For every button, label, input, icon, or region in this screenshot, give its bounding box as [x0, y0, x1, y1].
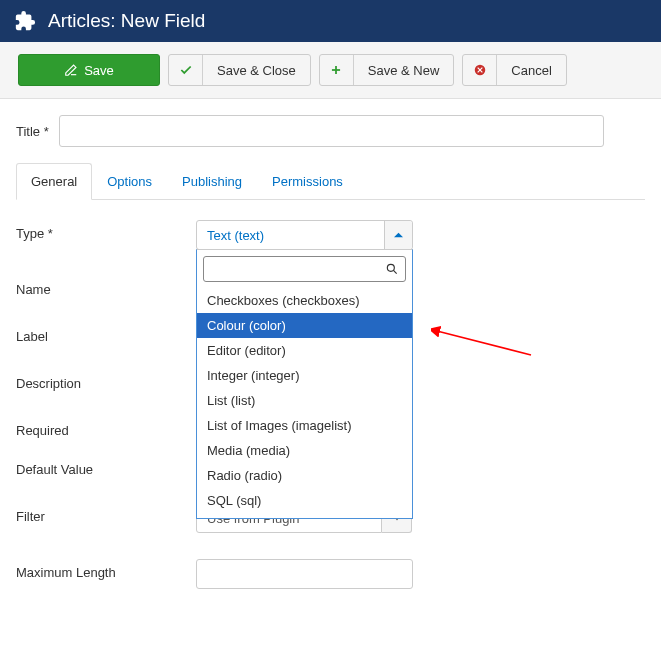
dropdown-option[interactable]: SQL (sql): [197, 488, 412, 513]
toolbar: Save Save & Close Save & New Cancel: [0, 42, 661, 99]
tab-permissions[interactable]: Permissions: [257, 163, 358, 200]
dropdown-option[interactable]: List of Images (imagelist): [197, 413, 412, 438]
maxlen-input[interactable]: [196, 559, 413, 589]
check-icon: [169, 55, 203, 85]
save-button[interactable]: Save: [18, 54, 160, 86]
cancel-icon: [463, 55, 497, 85]
dropdown-option[interactable]: Radio (radio): [197, 463, 412, 488]
page-header: Articles: New Field: [0, 0, 661, 42]
dropdown-option[interactable]: Colour (color): [197, 313, 412, 338]
label-label: Label: [16, 323, 196, 344]
row-type: Type * Text (text): [16, 220, 645, 250]
dropdown-option[interactable]: List (list): [197, 388, 412, 413]
tabs: General Options Publishing Permissions: [16, 163, 645, 200]
dropdown-option[interactable]: Media (media): [197, 438, 412, 463]
general-panel: Type * Text (text): [16, 200, 645, 589]
type-selected-value: Text (text): [197, 221, 384, 249]
plus-icon: [320, 55, 354, 85]
save-label: Save: [84, 63, 114, 78]
puzzle-icon: [14, 10, 36, 32]
dropdown-search-wrap: [197, 250, 412, 288]
type-label: Type *: [16, 220, 196, 241]
save-new-label: Save & New: [354, 55, 454, 85]
form-area: Title * General Options Publishing Permi…: [0, 99, 661, 645]
title-label: Title *: [16, 124, 49, 139]
tab-publishing[interactable]: Publishing: [167, 163, 257, 200]
type-dropdown: Checkboxes (checkboxes)Colour (color)Edi…: [196, 249, 413, 519]
chevron-up-icon[interactable]: [384, 221, 412, 249]
dropdown-option[interactable]: Checkboxes (checkboxes): [197, 288, 412, 313]
default-value-label: Default Value: [16, 456, 196, 477]
dropdown-list[interactable]: Checkboxes (checkboxes)Colour (color)Edi…: [197, 288, 412, 518]
save-new-button[interactable]: Save & New: [319, 54, 455, 86]
dropdown-option[interactable]: Text (text): [197, 513, 412, 518]
name-label: Name: [16, 276, 196, 297]
description-label: Description: [16, 370, 196, 391]
title-row: Title *: [16, 115, 645, 147]
page-title: Articles: New Field: [48, 10, 205, 32]
cancel-button[interactable]: Cancel: [462, 54, 566, 86]
svg-marker-5: [394, 232, 403, 237]
filter-label: Filter: [16, 503, 196, 524]
search-icon: [385, 262, 399, 276]
dropdown-option[interactable]: Editor (editor): [197, 338, 412, 363]
save-close-label: Save & Close: [203, 55, 310, 85]
type-select[interactable]: Text (text) Checkboxes (che: [196, 220, 413, 250]
save-close-button[interactable]: Save & Close: [168, 54, 311, 86]
dropdown-option[interactable]: Integer (integer): [197, 363, 412, 388]
title-input[interactable]: [59, 115, 604, 147]
cancel-label: Cancel: [497, 55, 565, 85]
svg-point-6: [387, 264, 394, 271]
dropdown-search-input[interactable]: [212, 262, 385, 277]
maxlen-label: Maximum Length: [16, 559, 196, 580]
row-maxlen: Maximum Length: [16, 559, 645, 589]
svg-line-7: [393, 270, 396, 273]
tab-general[interactable]: General: [16, 163, 92, 200]
type-select-display[interactable]: Text (text): [196, 220, 413, 250]
apply-icon: [64, 63, 78, 77]
tab-options[interactable]: Options: [92, 163, 167, 200]
required-label: Required: [16, 417, 196, 438]
